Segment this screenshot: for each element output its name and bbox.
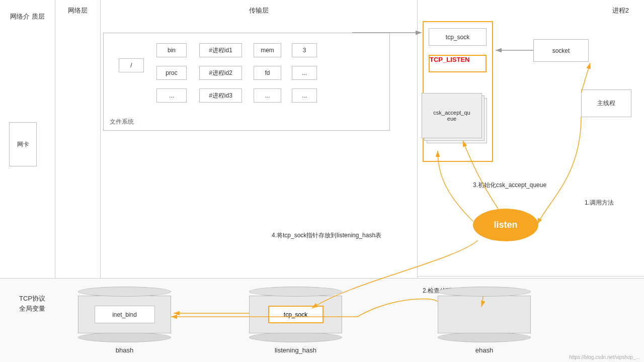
tcp-section-label: TCP协议全局变量 bbox=[19, 294, 45, 313]
main-thread-box: 主线程 bbox=[581, 89, 631, 117]
annotation-4: 4.将tcp_sock指针存放到listening_hash表 bbox=[272, 231, 381, 240]
listen-ellipse: listen bbox=[473, 209, 538, 241]
filesystem-label: 文件系统 bbox=[110, 118, 134, 126]
tcp-sock-inside-cylinder: tcp_sock bbox=[268, 306, 324, 323]
fs-dots1: ... bbox=[156, 88, 187, 103]
bhash-label: bhash bbox=[116, 346, 133, 354]
fs-bin: bin bbox=[156, 43, 187, 57]
tcp-listen-box: TCP_LISTEN bbox=[429, 55, 487, 72]
listening-hash-label: listening_hash bbox=[275, 346, 316, 354]
filesystem-container: 文件系统 / bin proc ... #进程id1 #进程id2 #进程id3… bbox=[103, 33, 390, 131]
h-divider bbox=[0, 278, 644, 279]
annotation-1: 1.调用方法 bbox=[585, 199, 614, 207]
fs-slash: / bbox=[119, 58, 144, 72]
ehash-cylinder: ehash bbox=[438, 287, 531, 354]
fs-3: 3 bbox=[292, 43, 317, 57]
fs-pid3: #进程id3 bbox=[199, 88, 242, 103]
csk-accept-queue-box: csk_accept_queue bbox=[422, 93, 482, 138]
fs-pid2: #进程id2 bbox=[199, 66, 242, 80]
process2-label: 进程2 bbox=[612, 6, 629, 15]
nic-box: 网卡 bbox=[9, 122, 37, 166]
inet-bind-box: inet_bind bbox=[95, 306, 155, 323]
socket-box: socket bbox=[533, 39, 589, 62]
network-medium-label: 网络介 质层 bbox=[10, 12, 45, 21]
network-label: 网络层 bbox=[68, 6, 88, 15]
transport-label: 传输层 bbox=[249, 6, 269, 15]
ehash-label: ehash bbox=[475, 346, 493, 354]
fs-dots3: ... bbox=[292, 66, 317, 80]
fs-mem: mem bbox=[254, 43, 281, 57]
fs-pid1: #进程id1 bbox=[199, 43, 242, 57]
tcp-sock-label: tcp_sock bbox=[429, 28, 487, 46]
fs-dots2: ... bbox=[254, 88, 281, 103]
annotation-3: 3.初始化csk_accept_queue bbox=[473, 181, 546, 190]
fs-dots4: ... bbox=[292, 88, 317, 103]
listening-hash-cylinder: tcp_sock listening_hash bbox=[249, 287, 342, 354]
watermark: https://blog.csdn.net/vipshop_... bbox=[569, 354, 640, 360]
ehash-body bbox=[438, 296, 531, 333]
bhash-cylinder: inet_bind bhash bbox=[78, 287, 171, 354]
fs-fd: fd bbox=[254, 66, 281, 80]
fs-proc: proc bbox=[156, 66, 187, 80]
